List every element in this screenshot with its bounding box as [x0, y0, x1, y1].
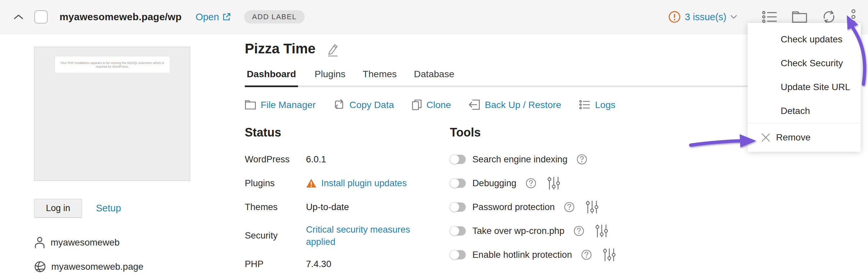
debugging-toggle[interactable] — [450, 178, 466, 188]
tool-row-wp-cron: Take over wp-cron.php — [450, 219, 616, 243]
x-close-icon — [761, 133, 771, 142]
tool-row-debugging: Debugging — [450, 171, 616, 195]
help-icon[interactable] — [581, 249, 592, 260]
tab-themes[interactable]: Themes — [362, 68, 397, 87]
kebab-menu-icon[interactable] — [851, 9, 856, 25]
menu-item-remove[interactable]: Remove — [748, 123, 861, 152]
logs-link[interactable]: Logs — [579, 100, 616, 110]
install-plugin-updates-link[interactable]: Install plugin updates — [321, 177, 407, 189]
tool-label: Take over wp-cron.php — [472, 226, 564, 236]
clone-label: Clone — [426, 100, 451, 110]
clone-link[interactable]: Clone — [412, 99, 451, 110]
tab-database[interactable]: Database — [413, 68, 455, 87]
status-value: 6.0.1 — [306, 153, 326, 165]
backup-restore-label: Back Up / Restore — [485, 100, 561, 110]
status-row-plugins: Plugins Install plugin updates — [245, 171, 450, 195]
menu-item-update-site-url[interactable]: Update Site URL — [748, 75, 861, 99]
menu-item-detach[interactable]: Detach — [748, 99, 861, 123]
select-site-checkbox[interactable] — [34, 10, 48, 24]
security-measures-link[interactable]: Critical security measures applied — [306, 223, 424, 248]
tool-row-search-indexing: Search engine indexing — [450, 147, 616, 171]
menu-item-check-updates[interactable]: Check updates — [748, 28, 861, 51]
folder-icon[interactable] — [792, 10, 807, 23]
kebab-dropdown-menu: Check updates Check Security Update Site… — [748, 23, 861, 152]
copy-data-link[interactable]: Copy Data — [334, 100, 394, 110]
status-label: Plugins — [245, 178, 306, 189]
status-row-php: PHP 7.4.30 — [245, 252, 450, 276]
settings-sliders-icon[interactable] — [595, 224, 608, 238]
hotlink-protection-toggle[interactable] — [450, 250, 466, 259]
site-url-title: myawesomeweb.page/wp — [60, 11, 182, 23]
external-link-icon — [222, 12, 231, 21]
status-label: WordPress — [245, 154, 306, 165]
issues-label: 3 issue(s) — [685, 11, 726, 23]
chevron-down-icon — [731, 15, 737, 19]
issues-dropdown[interactable]: 3 issue(s) — [668, 10, 737, 23]
backup-restore-icon — [469, 100, 480, 110]
globe-icon — [34, 261, 46, 273]
backup-restore-link[interactable]: Back Up / Restore — [469, 100, 561, 110]
person-icon — [34, 237, 45, 249]
help-icon[interactable] — [577, 154, 587, 165]
tab-plugins[interactable]: Plugins — [314, 68, 346, 87]
status-label: PHP — [245, 259, 306, 269]
status-row-wordpress: WordPress 6.0.1 — [245, 147, 450, 171]
search-indexing-toggle[interactable] — [450, 155, 466, 164]
site-screenshot-preview[interactable]: Your PHP installation appears to be miss… — [34, 47, 190, 181]
status-value: Up-to-date — [306, 201, 349, 213]
pencil-icon[interactable] — [326, 43, 339, 57]
tool-row-password-protection: Password protection — [450, 195, 616, 219]
settings-sliders-icon[interactable] — [586, 200, 598, 214]
copy-data-label: Copy Data — [349, 100, 394, 110]
settings-sliders-icon[interactable] — [548, 176, 560, 190]
sync-icon[interactable] — [822, 9, 836, 24]
account-row: myawesomeweb — [34, 237, 190, 249]
open-site-link[interactable]: Open — [195, 11, 231, 23]
tool-label: Debugging — [472, 178, 516, 189]
warning-circle-icon — [668, 10, 681, 23]
status-heading: Status — [245, 126, 450, 139]
status-value: 7.4.30 — [306, 258, 331, 270]
account-name: myawesomeweb — [51, 237, 120, 248]
wp-cron-toggle[interactable] — [450, 226, 466, 236]
tool-label: Search engine indexing — [472, 154, 567, 165]
status-section: Status WordPress 6.0.1 Plugins — [245, 126, 450, 276]
status-label: Security — [245, 230, 306, 241]
site-display-name: Pizza Time — [245, 41, 316, 57]
list-view-icon[interactable] — [762, 10, 777, 24]
site-card-header: myawesomeweb.page/wp Open ADD LABEL 3 is… — [0, 0, 868, 34]
tool-label: Enable hotlink protection — [472, 249, 572, 260]
login-button[interactable]: Log in — [34, 199, 82, 218]
tab-dashboard[interactable]: Dashboard — [245, 68, 298, 87]
tools-section: Tools Search engine indexing Debugging — [450, 126, 616, 276]
file-manager-label: File Manager — [261, 100, 316, 110]
domain-row: myawesomeweb.page — [34, 261, 190, 273]
collapse-chevron-icon[interactable] — [11, 9, 26, 24]
wp-toolkit-site-card: myawesomeweb.page/wp Open ADD LABEL 3 is… — [0, 0, 868, 277]
status-label: Themes — [245, 202, 306, 212]
menu-item-check-security[interactable]: Check Security — [748, 51, 861, 75]
help-icon[interactable] — [574, 226, 584, 236]
help-icon[interactable] — [564, 202, 575, 212]
logs-list-icon — [579, 100, 590, 110]
logs-label: Logs — [595, 100, 616, 110]
tool-label: Password protection — [472, 202, 555, 212]
tool-row-hotlink-protection: Enable hotlink protection — [450, 243, 616, 267]
site-preview-panel: Your PHP installation appears to be miss… — [34, 47, 190, 273]
setup-link[interactable]: Setup — [96, 203, 121, 214]
open-link-label: Open — [195, 11, 219, 23]
status-row-security: Security Critical security measures appl… — [245, 219, 450, 252]
preview-error-text: Your PHP installation appears to be miss… — [55, 56, 170, 73]
add-label-button[interactable]: ADD LABEL — [244, 10, 305, 24]
tools-heading: Tools — [450, 126, 616, 139]
file-manager-link[interactable]: File Manager — [245, 100, 316, 110]
warning-triangle-icon — [306, 178, 316, 188]
password-protection-toggle[interactable] — [450, 202, 466, 212]
domain-name: myawesomeweb.page — [51, 261, 144, 272]
copy-sync-icon — [334, 100, 345, 110]
settings-sliders-icon[interactable] — [603, 248, 616, 262]
folder-icon — [245, 100, 256, 110]
status-row-themes: Themes Up-to-date — [245, 195, 450, 219]
help-icon[interactable] — [526, 178, 536, 189]
menu-item-remove-label: Remove — [776, 132, 810, 143]
